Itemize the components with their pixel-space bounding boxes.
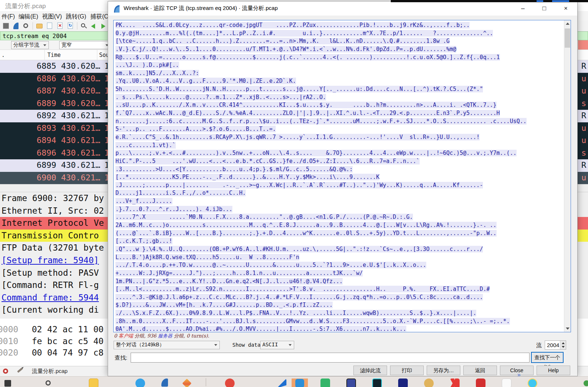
red-app-icon[interactable] (476, 378, 485, 387)
dialog-titlebar[interactable]: Wireshark · 追踪 TCP 流 (tcp.stream eq 2004… (108, 1, 577, 16)
search-icon[interactable] (44, 378, 53, 387)
photos-app-icon[interactable] (182, 378, 192, 387)
word-app-icon[interactable] (346, 378, 356, 387)
filter-out-stream-button[interactable]: 滤掉此流 (353, 366, 387, 375)
help-button[interactable]: Help (537, 366, 570, 375)
find-input[interactable] (131, 353, 530, 363)
taskbar-divider (206, 378, 206, 386)
wireshark-taskbar-icon[interactable] (160, 378, 169, 387)
ie-browser-icon[interactable] (528, 378, 537, 387)
stream-scrollbar[interactable] (564, 20, 571, 332)
find-next-button[interactable]: 查找下一个(N) (531, 352, 564, 363)
server-count: 服务器 (158, 333, 172, 339)
gold-app-icon[interactable] (424, 378, 434, 387)
spin-up-icon[interactable] (562, 342, 565, 344)
spin-down-icon[interactable] (562, 346, 565, 348)
browser-red-icon[interactable] (225, 378, 235, 387)
print-button[interactable]: 打印 (390, 366, 424, 375)
save-as-button[interactable]: 另存为… (427, 366, 460, 375)
find-packet-icon[interactable] (80, 22, 88, 30)
toolbar-separator (33, 22, 33, 30)
column-no[interactable]: . (1, 52, 5, 58)
terminal-app-icon[interactable] (372, 378, 382, 387)
scrollbar-thumb[interactable] (565, 28, 570, 48)
go-forward-icon[interactable] (101, 22, 108, 30)
conversation-select[interactable]: 整个对话（2149kB） (114, 341, 220, 349)
go-back-icon[interactable] (90, 22, 98, 30)
find-toolbar-right-edge (578, 40, 588, 50)
white-app-icon[interactable] (502, 378, 511, 387)
client-count: 客户端 (118, 333, 133, 339)
navy-app-icon[interactable] (398, 378, 408, 387)
menu-edit[interactable]: 编辑(E) (17, 12, 40, 21)
start-button-icon[interactable] (3, 378, 13, 387)
edge-browser-icon[interactable] (135, 378, 145, 387)
stream-content-area[interactable]: PK.... ....S&L.d.0Lcy...z.....qr-code.jp… (113, 20, 571, 332)
stream-hint-text: 0 客户端 分组, 936 服务器 分组, 0 turn(s). (114, 333, 209, 339)
annotation-pencil-icon[interactable] (17, 367, 23, 373)
back-button[interactable]: 返回 (463, 366, 497, 375)
wireshark-logo-icon (113, 4, 121, 13)
active-app-highlight[interactable] (292, 378, 308, 387)
stream-number-spinner[interactable]: 2004 (545, 340, 566, 350)
capture-options-icon[interactable] (22, 22, 30, 30)
kite-app-icon[interactable] (277, 378, 286, 387)
close-file-icon[interactable]: ✕ (56, 22, 64, 30)
close-dialog-button[interactable]: Close (500, 366, 534, 375)
main-window-title: 流量分析.pcap (5, 2, 46, 10)
scroll-down-icon[interactable] (566, 327, 569, 330)
close-button[interactable]: × (557, 1, 574, 16)
green-app-icon[interactable] (320, 378, 330, 387)
menu-go[interactable]: 跳转(G) (64, 12, 88, 21)
taskbar: » (0, 376, 588, 387)
save-file-icon[interactable] (46, 22, 54, 30)
menu-file[interactable]: 件(F) (0, 12, 16, 21)
wireshark-fin-icon[interactable] (12, 22, 20, 30)
find-domain-combo[interactable]: 分组字节流 (11, 41, 49, 49)
stop-capture-icon[interactable] (2, 22, 10, 30)
follow-tcp-stream-dialog: Wireshark · 追踪 TCP 流 (tcp.stream eq 2004… (108, 1, 578, 376)
column-time[interactable]: Time (47, 52, 61, 58)
show-data-as-select[interactable]: ASCII (260, 341, 294, 349)
menu-view[interactable]: 视图(V) (41, 12, 63, 21)
find-label: 查找: (115, 354, 127, 361)
dialog-button-row: 滤掉此流 打印 另存为… 返回 Close Help (108, 366, 572, 376)
status-dot-icon[interactable] (582, 378, 588, 387)
display-filter-text[interactable]: tcp.stream eq 2004 (3, 33, 67, 40)
reload-file-icon[interactable]: ↻ (67, 22, 74, 30)
scroll-up-icon[interactable] (566, 23, 569, 25)
toolbar-separator (77, 22, 77, 30)
maximize-button[interactable]: □ (536, 1, 553, 16)
status-file-name: 流量分析.pcap (32, 368, 68, 375)
desktop: 流量分析.pcap 件(F) 编辑(E) 视图(V) 跳转(G) 捕获(C) ✕… (0, 0, 588, 387)
file-explorer-icon[interactable] (89, 378, 98, 387)
background-window-top-edge (391, 0, 588, 2)
open-file-icon[interactable] (36, 22, 43, 30)
taskbar-overflow-chevron[interactable]: » (517, 371, 521, 378)
minimize-button[interactable]: – (514, 1, 531, 16)
stream-number-label: 流 (536, 342, 542, 349)
dialog-title: Wireshark · 追踪 TCP 流 (tcp.stream eq 2004… (124, 5, 278, 12)
mail-app-icon[interactable] (450, 378, 460, 387)
find-charset-combo[interactable]: 宽窄 (59, 41, 111, 49)
stream-text: PK.... ....S&L.d.0Lcy...z.....qr-code.jp… (115, 21, 563, 332)
expert-info-icon[interactable] (3, 369, 8, 374)
stream-number-value: 2004 (547, 342, 559, 348)
